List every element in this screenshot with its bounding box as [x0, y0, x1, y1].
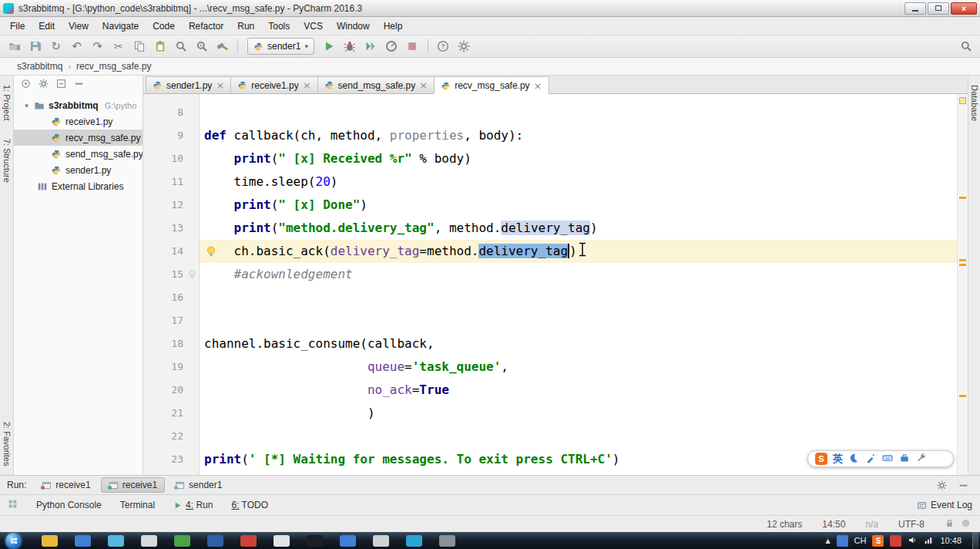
- line-number[interactable]: 8: [143, 101, 200, 124]
- project-tree-item[interactable]: send_msg_safe.py: [14, 146, 143, 162]
- line-number[interactable]: 19: [143, 355, 200, 379]
- code-line-content[interactable]: print(" [x] Done"): [200, 194, 957, 217]
- line-number[interactable]: 15: [143, 263, 200, 286]
- error-stripe-mark[interactable]: [959, 259, 966, 261]
- redo-icon-button[interactable]: ↷: [88, 37, 107, 56]
- taskbar-app-icon[interactable]: [373, 535, 389, 547]
- taskbar-app-icon[interactable]: [340, 535, 356, 547]
- taskbar-app-icon[interactable]: [307, 535, 323, 547]
- maximize-button[interactable]: [928, 2, 949, 15]
- close-icon[interactable]: ×: [419, 80, 428, 90]
- menu-item-tools[interactable]: Tools: [261, 19, 297, 34]
- code-line-content[interactable]: print(" [x] Received %r" % body): [200, 147, 957, 170]
- menu-item-navigate[interactable]: Navigate: [96, 19, 146, 34]
- code-line-content[interactable]: print("method.delivery_tag", method.deli…: [200, 217, 957, 240]
- build-icon-button[interactable]: [213, 37, 232, 56]
- run-icon-button[interactable]: [320, 37, 339, 56]
- code-line[interactable]: 10 print(" [x] Received %r" % body): [143, 147, 957, 170]
- breadcrumb-item[interactable]: recv_msg_safe.py: [76, 61, 151, 72]
- status-item[interactable]: UTF-8: [898, 519, 925, 530]
- project-tree-item[interactable]: receive1.py: [14, 113, 143, 130]
- help-icon-button[interactable]: ?: [434, 37, 453, 56]
- tool-window-button-favorites[interactable]: 2: Favorites: [2, 413, 12, 475]
- code-line[interactable]: 11 time.sleep(20): [143, 170, 957, 194]
- code-line-content[interactable]: [200, 286, 957, 309]
- target-icon-button[interactable]: [21, 79, 31, 91]
- tool-window-button-6-todo[interactable]: 6: TODO: [231, 500, 268, 510]
- network-icon[interactable]: [924, 535, 934, 547]
- run-tab[interactable]: receive1: [101, 477, 165, 493]
- copy-icon-button[interactable]: [129, 37, 149, 56]
- code-line[interactable]: 22: [143, 425, 957, 448]
- editor-scrollbar[interactable]: [957, 94, 968, 475]
- status-item[interactable]: 12 chars: [767, 519, 802, 530]
- code-line[interactable]: 21 ): [143, 402, 957, 425]
- tool-window-button-python-console[interactable]: Python Console: [36, 500, 102, 510]
- menu-item-window[interactable]: Window: [330, 19, 377, 34]
- wrench-icon[interactable]: [916, 453, 927, 466]
- debug-icon-button[interactable]: [341, 37, 360, 56]
- code-line[interactable]: 8: [143, 101, 957, 124]
- save-icon-button[interactable]: [25, 37, 45, 56]
- line-number[interactable]: 22: [143, 425, 200, 448]
- line-number[interactable]: 10: [143, 147, 200, 170]
- tool-window-button-4-run[interactable]: 4: Run: [173, 500, 213, 510]
- paste-icon-button[interactable]: [150, 37, 169, 56]
- language-indicator[interactable]: CH: [854, 536, 867, 545]
- tray-expand-icon[interactable]: ▲: [825, 537, 830, 544]
- line-number[interactable]: 9: [143, 124, 200, 147]
- code-line[interactable]: 14 ch.basic_ack(delivery_tag=method.deli…: [143, 240, 957, 263]
- pen-icon[interactable]: [865, 453, 876, 466]
- tool-window-button-terminal[interactable]: Terminal: [120, 500, 155, 510]
- error-stripe-mark[interactable]: [959, 197, 966, 199]
- gear-icon-button[interactable]: [39, 79, 49, 91]
- undo-icon-button[interactable]: ↶: [67, 37, 86, 56]
- menu-item-help[interactable]: Help: [377, 19, 410, 34]
- run-tab[interactable]: receive1: [34, 477, 98, 493]
- code-line-content[interactable]: [200, 101, 957, 124]
- code-line-content[interactable]: queue='task_queue',: [200, 355, 957, 379]
- tool-window-button-project[interactable]: 1: Project: [2, 76, 12, 130]
- code-line[interactable]: 15 #ackownledgement: [143, 263, 957, 286]
- code-line[interactable]: 12 print(" [x] Done"): [143, 194, 957, 217]
- menu-item-vcs[interactable]: VCS: [297, 19, 330, 34]
- menu-item-run[interactable]: Run: [230, 19, 261, 34]
- search-icon-button[interactable]: [956, 37, 975, 56]
- error-stripe-mark[interactable]: [959, 395, 966, 397]
- replace-icon-button[interactable]: [192, 37, 211, 56]
- toolwindow-switcher-icon-button[interactable]: [8, 499, 18, 511]
- close-icon[interactable]: ×: [534, 81, 542, 91]
- project-root-node[interactable]: ▾ s3rabbitmq G:\pytho: [14, 97, 143, 113]
- cut-icon-button[interactable]: ✂: [109, 37, 128, 56]
- close-button[interactable]: ×: [951, 2, 977, 15]
- code-line[interactable]: 18channel.basic_consume(callback,: [143, 332, 957, 355]
- status-item[interactable]: 14:50: [822, 519, 845, 530]
- hide-icon-button[interactable]: [74, 79, 84, 91]
- ime-language-mode[interactable]: 英: [833, 452, 843, 466]
- taskbar-app-icon[interactable]: [75, 535, 91, 547]
- editor-tab[interactable]: recv_msg_safe.py×: [434, 76, 549, 94]
- line-number[interactable]: 20: [143, 379, 200, 402]
- breadcrumb-item[interactable]: s3rabbitmq: [17, 61, 62, 72]
- code-line-content[interactable]: channel.basic_consume(callback,: [200, 332, 957, 355]
- coverage-icon-button[interactable]: [361, 37, 381, 56]
- lock-icon[interactable]: [945, 518, 955, 530]
- project-tree-item[interactable]: External Libraries: [14, 178, 143, 194]
- tray-app-icon[interactable]: [890, 535, 901, 547]
- menu-item-view[interactable]: View: [62, 19, 96, 34]
- code-line[interactable]: 17: [143, 309, 957, 332]
- sogou-tray-icon[interactable]: S: [872, 535, 884, 547]
- line-number[interactable]: 13: [143, 217, 200, 240]
- error-stripe-mark[interactable]: [959, 264, 966, 266]
- taskbar-app-icon[interactable]: [274, 535, 290, 547]
- taskbar-app-icon[interactable]: [141, 535, 157, 547]
- gear-icon-button[interactable]: [932, 476, 951, 494]
- tray-app-icon[interactable]: [837, 535, 848, 547]
- run-tab[interactable]: sender1: [167, 477, 230, 493]
- editor-tab[interactable]: receive1.py×: [230, 76, 317, 93]
- code-line-content[interactable]: ch.basic_ack(delivery_tag=method.deliver…: [200, 240, 957, 263]
- inspection-indicator[interactable]: [959, 97, 966, 104]
- line-number[interactable]: 21: [143, 402, 200, 425]
- editor-tab[interactable]: send_msg_safe.py×: [317, 76, 435, 93]
- menu-item-edit[interactable]: Edit: [32, 19, 62, 34]
